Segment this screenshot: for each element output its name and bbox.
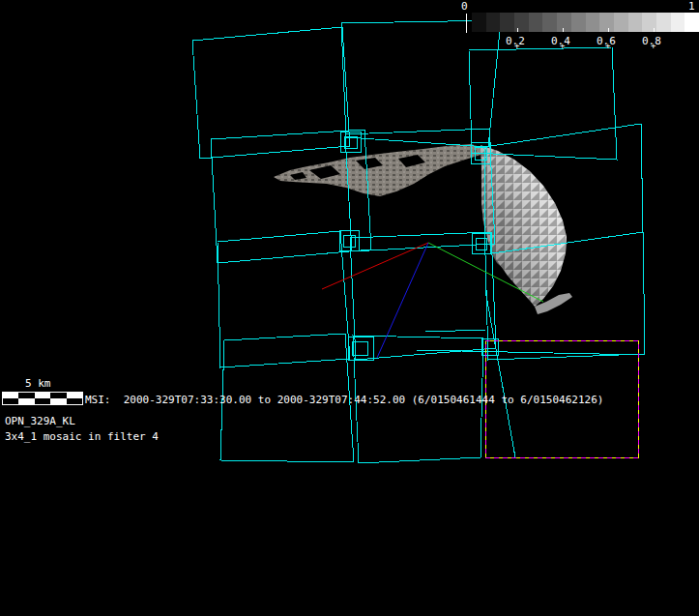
scalebar-cell [35, 398, 50, 404]
mosaic-footprint-frame-1-3 [469, 47, 617, 160]
scalebar-cell [67, 398, 82, 404]
scalebar-cell [18, 398, 34, 404]
boresight-marker-inner [476, 238, 486, 249]
colorbar-tick-plus: + [605, 41, 610, 50]
scalebar-cell [50, 398, 66, 404]
mosaic-footprint-frame-3-2 [350, 232, 496, 360]
sequence-description: 3x4_1 mosaic in filter 4 [5, 431, 159, 443]
colorbar-zero-tick [466, 14, 467, 33]
colorbar-notch [563, 28, 564, 32]
mosaic-footprint-frame-1-2 [341, 20, 501, 147]
grayscale-colorbar [472, 13, 699, 32]
footprint-edge-segment [425, 330, 485, 332]
boresight-marker-outer [339, 230, 359, 250]
footprint-edge-segment [485, 290, 515, 457]
colorbar-notch [517, 28, 518, 32]
status-line: MSI: 2000-329T07:33:30.00 to 2000-329T07… [85, 395, 603, 406]
scalebar-cell [3, 398, 18, 404]
scalebar-label: 5 km [25, 378, 51, 390]
asteroid-terrain-texture [274, 144, 483, 196]
msi-mosaic-display-window: 0 1 0.2+0.4+0.6+0.8+ 5 km MSI: 2000-329T… [0, 0, 699, 616]
boresight-marker-inner [352, 341, 367, 355]
boresight-marker-inner [343, 235, 355, 247]
colorbar-tick-plus: + [560, 41, 565, 50]
colorbar-min-label: 0 [461, 1, 468, 13]
red-vector [322, 243, 428, 289]
mosaic-footprint-frame-3-1 [218, 231, 350, 367]
blue-vector [377, 243, 428, 358]
asteroid-shape-model [274, 144, 572, 314]
colorbar-notch [654, 28, 655, 32]
mosaic-footprint-frame-2-1 [211, 130, 371, 263]
footprint-edge-segment [416, 350, 645, 355]
colorbar-tick-plus: + [514, 41, 519, 50]
mosaic-scene-canvas [0, 0, 699, 616]
colorbar-notch [608, 28, 609, 32]
colorbar-tick-plus: + [651, 41, 655, 50]
sequence-id: OPN_329A_KL [5, 416, 75, 427]
scalebar-checkerboard [2, 392, 83, 405]
colorbar-max-label: 1 [688, 1, 695, 13]
